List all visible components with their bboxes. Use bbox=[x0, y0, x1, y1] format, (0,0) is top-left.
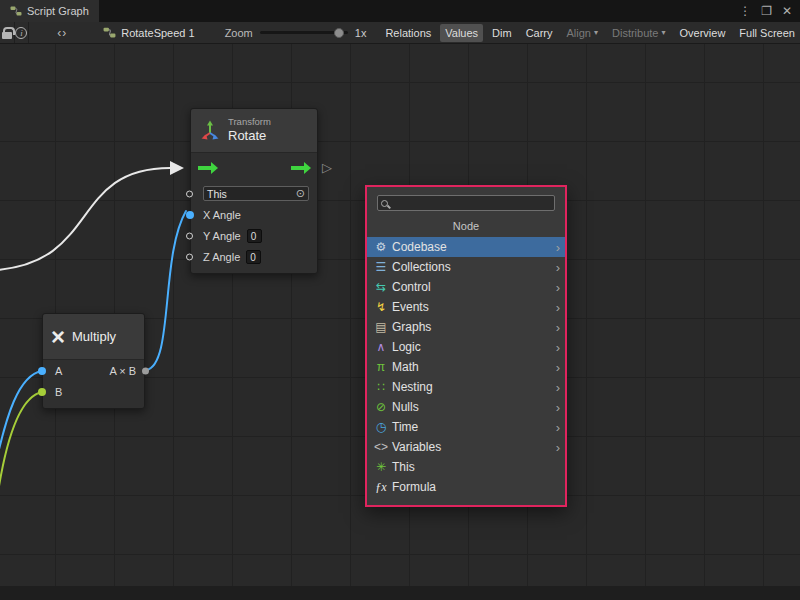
z-angle-value-field[interactable]: 0 bbox=[246, 250, 261, 264]
info-button[interactable]: i bbox=[15, 22, 30, 44]
toolbar-button-relations[interactable]: Relations bbox=[380, 24, 436, 42]
finder-item-logic[interactable]: ∧Logic› bbox=[367, 337, 565, 357]
graph-breadcrumb[interactable]: RotateSpeed 1 bbox=[103, 26, 194, 39]
null-icon: ⊘ bbox=[373, 400, 389, 414]
finder-item-control[interactable]: ⇆Control› bbox=[367, 277, 565, 297]
finder-item-events[interactable]: ↯Events› bbox=[367, 297, 565, 317]
finder-item-nesting[interactable]: ∷Nesting› bbox=[367, 377, 565, 397]
target-port[interactable] bbox=[186, 190, 193, 197]
toolbar-button-label: Align bbox=[567, 24, 591, 42]
finder-item-label: Nesting bbox=[392, 380, 433, 394]
toolbar-button-dim[interactable]: Dim bbox=[487, 24, 517, 42]
toolbar-button-label: Distribute bbox=[612, 24, 658, 42]
finder-item-graphs[interactable]: ▤Graphs› bbox=[367, 317, 565, 337]
wire-input-b[interactable] bbox=[0, 392, 42, 506]
toolbar-button-align[interactable]: Align▾ bbox=[562, 24, 603, 42]
zoom-slider-knob[interactable] bbox=[334, 28, 344, 38]
toolbar-button-overview[interactable]: Overview bbox=[675, 24, 731, 42]
target-object-field[interactable]: This ⊙ bbox=[203, 186, 309, 201]
zoom-control: Zoom 1x bbox=[225, 27, 367, 39]
chevron-right-icon: › bbox=[556, 341, 560, 354]
port-row-b: B bbox=[43, 381, 144, 402]
finder-item-label: Logic bbox=[392, 340, 421, 354]
maximize-icon[interactable]: ❐ bbox=[761, 4, 772, 18]
menu-dots-icon[interactable]: ⋮ bbox=[739, 4, 751, 18]
finder-item-variables[interactable]: <>Variables› bbox=[367, 437, 565, 457]
flow-output-port[interactable] bbox=[291, 166, 304, 170]
toolbar-button-label: Relations bbox=[385, 24, 431, 42]
port-label: Y Angle bbox=[203, 230, 241, 242]
flow-input-port[interactable] bbox=[198, 166, 211, 170]
port-row-y-angle: Y Angle 0 bbox=[191, 225, 317, 246]
node-multiply[interactable]: × Multiply A A × B B bbox=[42, 313, 145, 409]
multiply-icon: × bbox=[51, 325, 65, 349]
toolbar-toggle-group: RelationsValuesDimCarryAlign▾Distribute▾… bbox=[380, 24, 800, 42]
formula-icon: ƒx bbox=[373, 480, 389, 495]
chevron-right-icon: › bbox=[556, 301, 560, 314]
finder-search-input[interactable] bbox=[391, 197, 551, 209]
finder-item-label: Collections bbox=[392, 260, 451, 274]
toolbar-button-full-screen[interactable]: Full Screen bbox=[734, 24, 800, 42]
node-transform-rotate[interactable]: Transform Rotate This ⊙ X Angle bbox=[190, 108, 318, 274]
finder-item-formula[interactable]: ƒxFormula bbox=[367, 477, 565, 497]
wire-input-a[interactable] bbox=[0, 371, 42, 462]
z-angle-port[interactable] bbox=[186, 253, 193, 260]
y-angle-value-field[interactable]: 0 bbox=[247, 229, 262, 243]
wire-control-flow[interactable] bbox=[0, 168, 170, 270]
rotate-node-header[interactable]: Transform Rotate bbox=[191, 109, 317, 153]
port-label: Z Angle bbox=[203, 251, 240, 263]
finder-header: Node bbox=[367, 220, 565, 232]
wire-multiply-to-xangle[interactable] bbox=[146, 211, 186, 370]
graph-toolbar: i ‹› RotateSpeed 1 Zoom 1x RelationsValu… bbox=[0, 22, 800, 44]
toolbar-button-label: Dim bbox=[492, 24, 512, 42]
dropdown-arrow-icon: ▾ bbox=[594, 24, 598, 42]
toolbar-button-label: Overview bbox=[680, 24, 726, 42]
graph-canvas[interactable]: Transform Rotate This ⊙ X Angle bbox=[0, 44, 800, 600]
finder-item-time[interactable]: ◷Time› bbox=[367, 417, 565, 437]
folder-icon: ▤ bbox=[373, 320, 389, 334]
toolbar-button-label: Values bbox=[445, 24, 478, 42]
finder-item-label: Control bbox=[392, 280, 431, 294]
lock-icon bbox=[2, 32, 12, 39]
port-label: A bbox=[55, 365, 62, 377]
finder-item-label: Formula bbox=[392, 480, 436, 494]
toolbar-button-values[interactable]: Values bbox=[440, 24, 483, 42]
chevron-right-icon: › bbox=[556, 361, 560, 374]
finder-item-this[interactable]: ✳This bbox=[367, 457, 565, 477]
control-flow-row bbox=[191, 153, 317, 183]
multiply-node-header[interactable]: × Multiply bbox=[43, 314, 144, 360]
flow-continuation-icon: ▷ bbox=[322, 160, 332, 175]
input-a-port[interactable] bbox=[38, 367, 46, 375]
toolbar-button-carry[interactable]: Carry bbox=[521, 24, 558, 42]
finder-item-math[interactable]: πMath› bbox=[367, 357, 565, 377]
port-row-x-angle: X Angle bbox=[191, 204, 317, 225]
object-picker-icon[interactable]: ⊙ bbox=[296, 188, 305, 199]
gear-icon: ⚙ bbox=[373, 240, 389, 254]
target-row: This ⊙ bbox=[191, 183, 317, 204]
nesting-icon: ∷ bbox=[373, 380, 389, 394]
finder-item-codebase[interactable]: ⚙Codebase› bbox=[367, 237, 565, 257]
port-label: X Angle bbox=[203, 209, 241, 221]
finder-item-nulls[interactable]: ⊘Nulls› bbox=[367, 397, 565, 417]
toolbar-button-distribute[interactable]: Distribute▾ bbox=[607, 24, 670, 42]
zoom-slider[interactable] bbox=[260, 31, 348, 34]
node-finder-dialog: Node ⚙Codebase›☰Collections›⇆Control›↯Ev… bbox=[365, 185, 567, 507]
script-graph-icon bbox=[10, 5, 22, 17]
y-angle-port[interactable] bbox=[186, 232, 193, 239]
finder-search-box[interactable] bbox=[377, 195, 555, 211]
chevron-right-icon: › bbox=[556, 241, 560, 254]
input-b-port[interactable] bbox=[38, 388, 46, 396]
zoom-label: Zoom bbox=[225, 27, 253, 39]
lock-button[interactable] bbox=[0, 22, 15, 44]
canvas-bottom-edge bbox=[0, 586, 800, 600]
wire-arrowhead-icon bbox=[170, 161, 184, 175]
finder-item-collections[interactable]: ☰Collections› bbox=[367, 257, 565, 277]
product-output-port[interactable] bbox=[142, 367, 149, 374]
tab-script-graph[interactable]: Script Graph bbox=[0, 0, 99, 22]
close-icon[interactable]: ✕ bbox=[782, 4, 792, 18]
code-view-toggle[interactable]: ‹› bbox=[57, 26, 67, 40]
target-value: This bbox=[207, 188, 227, 200]
x-angle-port[interactable] bbox=[186, 211, 194, 219]
finder-list: ⚙Codebase›☰Collections›⇆Control›↯Events›… bbox=[367, 237, 565, 497]
zoom-value: 1x bbox=[355, 27, 367, 39]
